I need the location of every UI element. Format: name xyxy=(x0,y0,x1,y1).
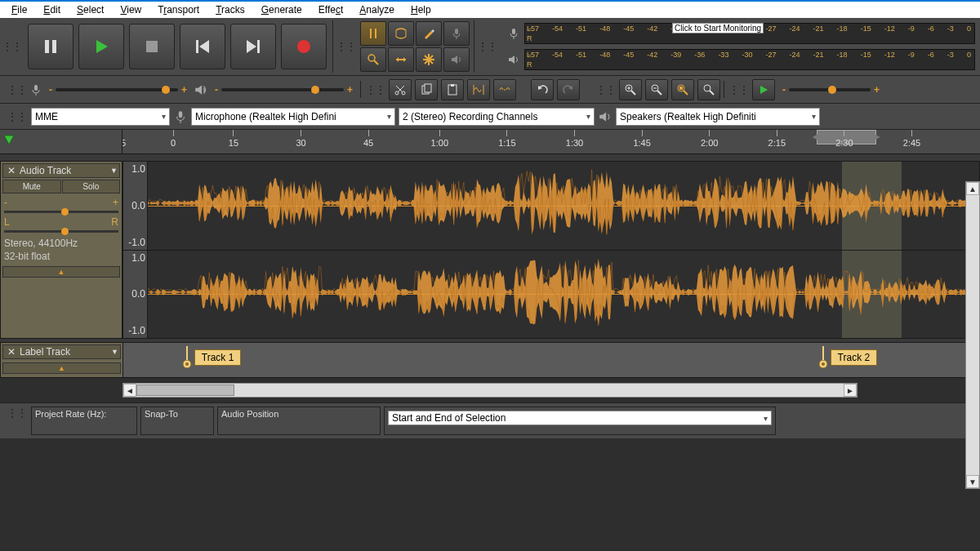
svg-rect-57 xyxy=(179,111,183,118)
toolbar-grip-icon[interactable]: ⋮⋮ xyxy=(475,40,498,53)
solo-button[interactable]: Solo xyxy=(62,180,121,193)
svg-marker-30 xyxy=(195,85,202,94)
menu-file[interactable]: File xyxy=(3,2,35,17)
recording-volume-slider[interactable]: - + xyxy=(44,84,192,96)
meter-toolbar: Click to Start Monitoring L -57-54-51-48… xyxy=(498,18,980,75)
undo-button[interactable] xyxy=(531,79,554,100)
recording-device-combo[interactable]: Microphone (Realtek High Defini▾ xyxy=(191,108,395,126)
mute-button[interactable]: Mute xyxy=(2,180,61,193)
collapse-track-button[interactable]: ▲ xyxy=(2,266,120,278)
gain-slider[interactable]: -+ xyxy=(4,197,118,213)
toolbar-grip-icon[interactable]: ⋮⋮ xyxy=(5,407,28,435)
toolbar-grip-icon[interactable]: ⋮⋮ xyxy=(727,83,750,96)
menu-select[interactable]: Select xyxy=(69,2,112,17)
snap-to-label: Snap-To xyxy=(145,409,210,419)
timeline-tick: 1:15 xyxy=(498,130,515,153)
waveform-display[interactable]: 1.00.0-1.0 1.00.0-1.0 xyxy=(122,161,980,339)
play-at-speed-button[interactable] xyxy=(752,79,775,100)
playback-volume-slider[interactable]: - + xyxy=(210,84,358,96)
toolbar-grip-icon[interactable]: ⋮⋮ xyxy=(0,40,23,53)
close-track-button[interactable]: ✕ xyxy=(5,346,18,358)
chevron-down-icon: ▾ xyxy=(157,112,166,121)
toolbar-grip-icon[interactable]: ⋮⋮ xyxy=(334,40,357,53)
menu-transport[interactable]: Transport xyxy=(149,2,207,17)
draw-tool[interactable] xyxy=(416,21,442,46)
svg-rect-9 xyxy=(370,29,372,38)
menu-effect[interactable]: Effect xyxy=(310,2,351,17)
mic-tool-icon[interactable] xyxy=(443,21,470,46)
mic-meter-icon[interactable] xyxy=(503,23,524,44)
collapse-track-button[interactable]: ▲ xyxy=(2,362,121,374)
play-button[interactable] xyxy=(78,24,124,69)
zoom-in-button[interactable] xyxy=(619,79,642,100)
menu-analyze[interactable]: Analyze xyxy=(351,2,403,17)
mic-icon xyxy=(173,109,188,124)
multi-tool[interactable] xyxy=(416,47,442,72)
menu-edit[interactable]: Edit xyxy=(35,2,69,17)
playback-meter[interactable]: L -57-54-51-48-45-42-39-36-33-30-27-24-2… xyxy=(524,49,975,70)
menu-tracks[interactable]: Tracks xyxy=(207,2,253,17)
menu-generate[interactable]: Generate xyxy=(253,2,310,17)
toolbar-grip-icon[interactable]: ⋮⋮ xyxy=(5,83,28,96)
timeline-ruler[interactable]: -1501530451:001:151:301:452:002:152:302:… xyxy=(0,130,980,154)
scroll-right-button[interactable]: ► xyxy=(844,384,857,397)
svg-marker-24 xyxy=(452,56,457,64)
track-format-info: Stereo, 44100Hz 32-bit float xyxy=(2,238,120,263)
timeshift-tool[interactable] xyxy=(388,47,414,72)
playback-speed-slider[interactable]: - + xyxy=(777,84,892,96)
speaker-tool-icon[interactable] xyxy=(443,47,470,72)
playback-device-combo[interactable]: Speakers (Realtek High Definiti▾ xyxy=(616,108,820,126)
menu-view[interactable]: View xyxy=(112,2,149,17)
pan-slider[interactable]: LR xyxy=(4,216,118,233)
zoom-tool[interactable] xyxy=(360,47,386,72)
selection-toolbar: ⋮⋮ Project Rate (Hz): Snap-To Audio Posi… xyxy=(0,402,980,438)
vertical-scrollbar[interactable]: ▲ ▼ xyxy=(965,181,980,489)
track-menu-button[interactable]: ▼ xyxy=(111,348,118,356)
menu-help[interactable]: Help xyxy=(403,2,439,17)
svg-marker-5 xyxy=(199,40,209,53)
label-marker[interactable]: Track 1 xyxy=(181,346,242,369)
record-button[interactable] xyxy=(281,24,327,69)
paste-button[interactable] xyxy=(441,79,464,100)
playhead-icon[interactable] xyxy=(3,135,15,146)
speaker-icon xyxy=(598,109,612,124)
zoom-out-button[interactable] xyxy=(645,79,668,100)
envelope-tool[interactable] xyxy=(388,21,414,46)
redo-button[interactable] xyxy=(557,79,580,100)
scrollbar-thumb[interactable] xyxy=(136,384,234,396)
trim-button[interactable] xyxy=(467,79,490,100)
label-track-body[interactable]: Track 1Track 2 xyxy=(123,343,979,377)
scroll-down-button[interactable]: ▼ xyxy=(966,475,979,488)
track-name[interactable]: Audio Track xyxy=(18,165,110,176)
horizontal-scrollbar[interactable]: ◄ ► xyxy=(122,383,858,398)
toolbar-grip-icon[interactable]: ⋮⋮ xyxy=(5,110,28,123)
selection-format-combo[interactable]: Start and End of Selection▾ xyxy=(388,411,772,425)
close-track-button[interactable]: ✕ xyxy=(5,165,18,176)
label-marker[interactable]: Track 2 xyxy=(817,346,878,369)
svg-marker-59 xyxy=(599,112,606,121)
toolbar-grip-icon[interactable]: ⋮⋮ xyxy=(363,83,386,96)
pause-button[interactable] xyxy=(28,24,74,69)
scroll-left-button[interactable]: ◄ xyxy=(123,384,136,397)
svg-line-55 xyxy=(710,91,714,95)
fit-selection-button[interactable] xyxy=(671,79,694,100)
svg-rect-36 xyxy=(425,84,431,92)
skip-start-button[interactable] xyxy=(180,24,225,69)
timeline-tick: 1:30 xyxy=(566,130,583,153)
copy-button[interactable] xyxy=(415,79,438,100)
selection-tool[interactable] xyxy=(360,21,386,46)
silence-button[interactable] xyxy=(493,79,516,100)
svg-rect-3 xyxy=(146,41,158,52)
fit-project-button[interactable] xyxy=(697,79,720,100)
cut-button[interactable] xyxy=(389,79,412,100)
track-menu-button[interactable]: ▼ xyxy=(110,167,118,175)
audio-host-combo[interactable]: MME▾ xyxy=(31,108,170,126)
recording-meter[interactable]: Click to Start Monitoring L -57-54-51-48… xyxy=(524,23,975,44)
speaker-meter-icon[interactable] xyxy=(503,49,524,70)
toolbar-grip-icon[interactable]: ⋮⋮ xyxy=(594,83,617,96)
skip-end-button[interactable] xyxy=(230,24,276,69)
stop-button[interactable] xyxy=(129,24,175,69)
label-track-name[interactable]: Label Track xyxy=(18,346,111,358)
recording-channels-combo[interactable]: 2 (Stereo) Recording Channels▾ xyxy=(399,108,595,126)
scroll-up-button[interactable]: ▲ xyxy=(966,182,979,195)
